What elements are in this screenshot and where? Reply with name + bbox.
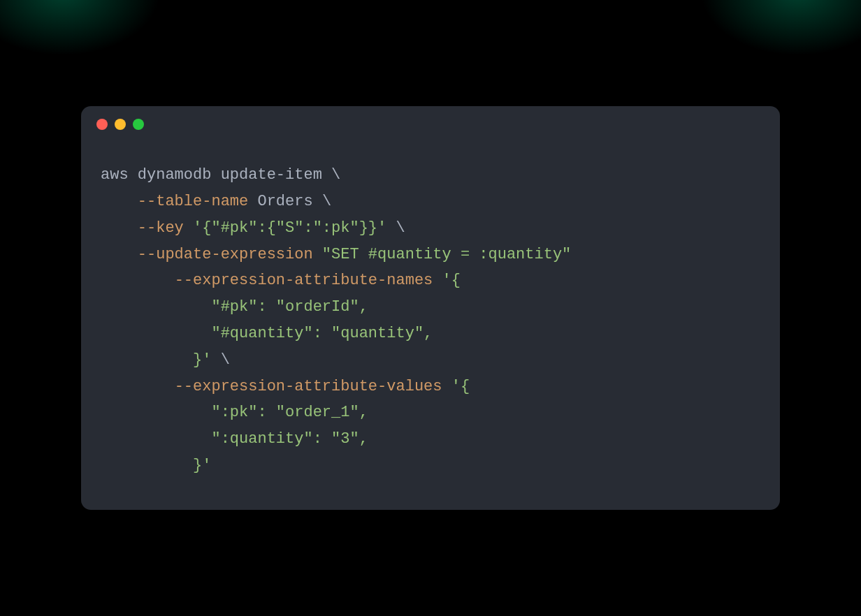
glow-decoration: [0, 0, 161, 56]
code-line: "#quantity": "quantity",: [101, 321, 760, 347]
indent: [101, 298, 211, 316]
code-line: --expression-attribute-values '{: [101, 374, 760, 400]
indent: [101, 272, 175, 289]
indent: [101, 325, 211, 342]
code-token: "#quantity": "quantity",: [211, 325, 433, 342]
code-token: --update-expression: [138, 246, 313, 263]
indent: [101, 430, 211, 448]
code-token: [211, 351, 220, 369]
code-token: \: [221, 351, 230, 369]
code-token: \: [396, 219, 405, 237]
window-title-bar: [81, 106, 780, 142]
code-line: aws dynamodb update-item \: [101, 162, 760, 189]
code-token: Orders: [248, 193, 322, 210]
code-token: --table-name: [138, 193, 248, 210]
code-line: }' \: [101, 347, 760, 374]
code-line: --table-name Orders \: [101, 189, 760, 215]
code-token: aws dynamodb update-item: [101, 166, 331, 184]
code-token: ":pk": "order_1",: [211, 404, 368, 421]
code-token: [184, 219, 193, 237]
code-token: --key: [138, 219, 184, 237]
code-token: \: [331, 166, 340, 184]
code-token: [313, 246, 322, 263]
code-line: ":quantity": "3",: [101, 426, 760, 453]
code-token: [386, 219, 396, 237]
code-token: \: [322, 193, 331, 210]
code-block[interactable]: aws dynamodb update-item \ --table-name …: [81, 142, 780, 510]
glow-decoration: [700, 0, 861, 56]
close-icon[interactable]: [96, 119, 108, 130]
code-token: "#pk": "orderId",: [211, 298, 368, 316]
code-token: "SET #quantity = :quantity": [322, 246, 571, 263]
indent: [101, 219, 138, 237]
terminal-window: aws dynamodb update-item \ --table-name …: [81, 106, 780, 510]
code-token: --expression-attribute-values: [175, 378, 442, 395]
code-token: ":quantity": "3",: [211, 430, 368, 448]
indent: [101, 246, 138, 263]
code-line: }': [101, 453, 760, 479]
code-token: [442, 378, 451, 395]
indent: [101, 193, 138, 210]
code-line: --expression-attribute-names '{: [101, 267, 760, 294]
code-token: --expression-attribute-names: [175, 272, 433, 289]
indent: [101, 378, 175, 395]
code-line: --update-expression "SET #quantity = :qu…: [101, 242, 760, 268]
indent: [101, 404, 211, 421]
indent: [101, 351, 175, 369]
code-token: '{"#pk":{"S":":pk"}}': [193, 219, 386, 237]
code-line: --key '{"#pk":{"S":":pk"}}' \: [101, 215, 760, 242]
code-line: ":pk": "order_1",: [101, 399, 760, 426]
indent: [101, 457, 175, 474]
code-token: '{: [442, 272, 461, 289]
code-token: [433, 272, 442, 289]
maximize-icon[interactable]: [133, 119, 144, 130]
code-line: "#pk": "orderId",: [101, 294, 760, 321]
code-token: '{: [451, 378, 470, 395]
code-token: }': [175, 457, 212, 474]
code-token: }': [175, 351, 212, 369]
minimize-icon[interactable]: [115, 119, 126, 130]
